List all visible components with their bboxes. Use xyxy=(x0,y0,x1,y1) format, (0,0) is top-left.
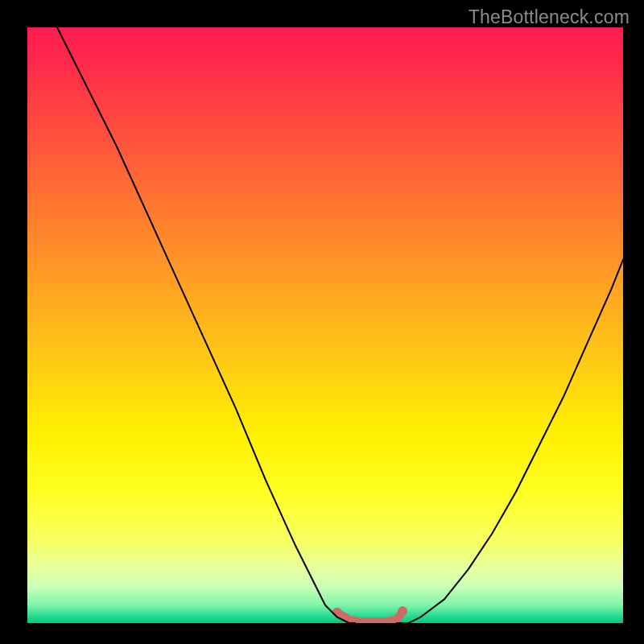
highlight-endpoint xyxy=(398,606,407,616)
series-left-curve xyxy=(57,27,355,623)
curve-overlay xyxy=(27,27,623,623)
watermark-text: TheBottleneck.com xyxy=(469,6,630,28)
chart-frame: TheBottleneck.com xyxy=(0,0,644,644)
highlight-endpoint xyxy=(332,608,342,617)
series-bottom-highlight xyxy=(337,611,402,621)
series-right-curve xyxy=(397,260,623,623)
plot-area xyxy=(27,27,623,623)
